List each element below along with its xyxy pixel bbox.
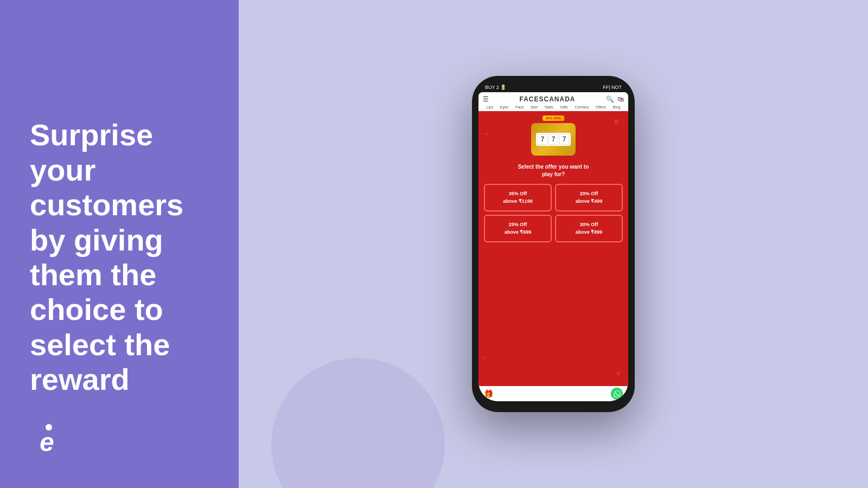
engati-logo-icon: e [30, 418, 68, 455]
deco-dot-1 [614, 119, 618, 124]
nav-combos: Combos [575, 105, 589, 109]
brand-name: FACESCANADA [489, 95, 606, 103]
slot-reels: 7 7 7 [536, 133, 571, 146]
nav-links: Lips Eyes Face Skin Nails Gifts Combos O… [483, 105, 624, 109]
nav-gifts: Gifts [560, 105, 567, 109]
right-panel: BUY 2 🔋 FF| NOT ☰ FACESCANADA 🔍 🛍 [239, 0, 868, 488]
nav-eyes: Eyes [500, 105, 509, 109]
left-panel: Surprise your customers by giving them t… [0, 0, 239, 488]
big-win-sign: BIG WIN [542, 115, 564, 121]
offer-card-3[interactable]: 25% Off above ₹699 [484, 215, 552, 242]
nav-offers: Offers [596, 105, 606, 109]
offer-card-2[interactable]: 20% Off above ₹499 [555, 184, 623, 211]
search-icon: 🔍 [606, 95, 614, 103]
reel-3: 7 [559, 134, 569, 145]
navbar-top: ☰ FACESCANADA 🔍 🛍 [483, 95, 624, 103]
offer-1-line1: 35% Off [488, 190, 547, 198]
phone-mockup: BUY 2 🔋 FF| NOT ☰ FACESCANADA 🔍 🛍 [472, 76, 635, 412]
hamburger-icon: ☰ [483, 95, 489, 103]
offer-4-line2: above ₹899 [559, 229, 618, 236]
gift-icon: 🎁 [484, 389, 493, 398]
svg-text:e: e [40, 428, 54, 455]
cart-icon: 🛍 [617, 95, 624, 103]
nav-lips: Lips [486, 105, 493, 109]
site-navbar: ☰ FACESCANADA 🔍 🛍 Lips Eyes Face Skin Na… [478, 92, 628, 111]
nav-blog: Blog [613, 105, 621, 109]
offer-3-line1: 25% Off [488, 221, 547, 229]
offer-3-line2: above ₹699 [488, 229, 547, 236]
deco-dot-3 [617, 372, 620, 375]
status-left: BUY 2 🔋 [485, 85, 506, 90]
whatsapp-icon [611, 388, 623, 400]
nav-face: Face [515, 105, 524, 109]
nav-nails: Nails [545, 105, 553, 109]
offer-1-line2: above ₹1199 [488, 198, 547, 206]
slot-machine-illustration: BIG WIN 7 7 7 [529, 115, 578, 159]
offer-4-line1: 30% Off [559, 221, 618, 229]
offer-card-4[interactable]: 30% Off above ₹899 [555, 215, 623, 242]
deco-dot-4 [483, 357, 485, 359]
nav-skin: Skin [531, 105, 538, 109]
phone-screen: ☰ FACESCANADA 🔍 🛍 Lips Eyes Face Skin Na… [478, 92, 628, 401]
decorative-circle [271, 358, 445, 488]
brand-logo: e [30, 418, 209, 455]
offer-card-1[interactable]: 35% Off above ₹1199 [484, 184, 552, 211]
navbar-action-icons: 🔍 🛍 [606, 95, 624, 103]
phone-frame: BUY 2 🔋 FF| NOT ☰ FACESCANADA 🔍 🛍 [472, 76, 635, 412]
offer-grid: 35% Off above ₹1199 20% Off above ₹499 2… [484, 184, 623, 242]
offer-2-line1: 20% Off [559, 190, 618, 198]
reel-2: 7 [548, 134, 558, 145]
slot-outer-frame: BIG WIN 7 7 7 [531, 123, 576, 156]
status-right: FF| NOT [603, 85, 622, 90]
offer-prompt-text: Select the offer you want toplay for? [518, 163, 589, 178]
offer-2-line2: above ₹499 [559, 198, 618, 206]
status-bar: BUY 2 🔋 FF| NOT [478, 82, 628, 92]
phone-bottom-bar: 🎁 [478, 386, 628, 401]
phone-content-area: BIG WIN 7 7 7 Select the offer you want … [478, 111, 628, 386]
headline-text: Surprise your customers by giving them t… [30, 118, 209, 397]
whatsapp-svg [614, 390, 621, 397]
deco-dot-2 [485, 133, 488, 136]
reel-1: 7 [538, 134, 547, 145]
